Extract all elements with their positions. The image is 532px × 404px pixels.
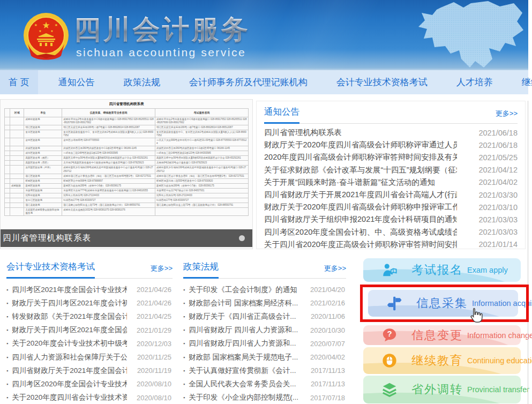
nav-item-会计专业技术资格考试[interactable]: 会计专业技术资格考试 [329,70,435,94]
item-title[interactable]: 关于开展“回顾来时路·奋斗谱新篇”征文活动的通知 [264,177,435,188]
tab-notices[interactable]: 通知公告 [264,106,299,124]
item-date: 2021/03/30 [478,191,518,199]
list-item[interactable]: 四川省管理机构联系表2021/06/18 [257,126,525,139]
item-title[interactable]: ▪四川省财政厅关于2021年度全国会计... [6,366,127,376]
item-date: 2021/04/25 [137,312,171,320]
list-item[interactable]: ▪关于印发《工会会计制度》的通知2021/04/20 [181,283,348,296]
list-item[interactable]: ▪关于2020年度会计专业技术初中级考...2020/12/03 [4,337,175,350]
service-label: 考试报名 [411,262,463,278]
service-button-provincial-transfer[interactable]: 省外调转Provincial transfer [363,376,521,403]
list-item[interactable]: ▪财政部会计司 国家档案局经济科...2021/02/16 [181,296,348,310]
item-date: 2021/06/18 [478,141,518,149]
item-date: 2021/02/16 [310,299,345,307]
list-item[interactable]: 四川省财政厅关于组织申报2021年度会计科研项目的通知2021/03/03 [257,213,525,226]
list-item[interactable]: 四川省财政厅关于开展2021年度四川省会计高端人才(行政事业...2021/03… [257,189,525,201]
table-row: 简阳市财政局简阳市人民路12号 028-27224433简阳市人民路12号 02… [5,193,249,198]
mouse-icon [381,353,398,369]
notices-more-link[interactable]: 更多>> [496,109,518,123]
list-item[interactable]: ▪转发财政部《关于2021年度全国会计...2021/04/25 [4,310,175,323]
item-title[interactable]: 四川省财政厅关于组织申报2021年度会计科研项目的通知 [264,214,457,225]
item-title[interactable]: ▪关于2020年度会计专业技术初中级考... [6,339,127,348]
table-row: 高新区财金局（西区）天目路2号高新区政务服务中心财政金融局会计服务20号窗口 0… [5,161,249,166]
item-title[interactable]: ▪四川考区2021年度全国会计专业技术... [6,285,127,295]
table-row: 天府新区成都管委会财政和金融服务局成都市天府大道南段1632号 028-6838… [5,208,249,216]
table-row: 成都市财政局成都市草市街2号市政务服务中心6楼市财政局窗口 028-869176… [5,117,249,125]
question-bubble-icon: ? [381,327,398,343]
item-title[interactable]: ▪财政厅关于《四川省正高级会计... [183,312,296,321]
tab-exam-section[interactable]: 会计专业技术资格考试 [6,261,95,279]
list-item[interactable]: ▪财政厅关于四川考区2021年度全国会...2021/01/29 [4,324,175,337]
list-item[interactable]: ▪财政部 国家档案局关于规范电子...2020/04/02 [181,350,348,364]
item-title[interactable]: 关于征求财政部《会计改革与发展“十四五”规划纲要（征求... [264,165,457,175]
item-title[interactable]: 财政厅关于2020年度四川省高级会计师职称申报评审工作有关... [264,202,457,212]
service-button-exam-apply[interactable]: 考试报名Exam apply [363,258,521,282]
item-title[interactable]: ▪四川省人力资源和社会保障厅关于公布... [6,353,127,362]
list-item[interactable]: ▪四川省财政厅四川省人力资源和...2020/07/07 [181,337,348,350]
item-title[interactable]: ▪全国人民代表大会常务委员会关... [183,379,296,389]
list-item[interactable]: ▪关于2020年度四川省会计专业技术资...2020/08/10 [4,391,175,404]
service-button-continuing-education[interactable]: 继续教育Continuing education [363,347,521,374]
item-title[interactable]: ▪关于印发《小企业内部控制规范(... [183,393,298,402]
list-item[interactable]: ▪关于认真做好宣传贯彻新《会计...2017/11/13 [181,364,348,377]
item-title[interactable]: 财政厅关于2020年度四川省高级会计师职称评审通过人员的公示 [264,140,457,150]
list-item[interactable]: ▪四川省人力资源和社会保障厅关于公布...2020/11/25 [4,350,175,364]
list-item[interactable]: ▪全国人民代表大会常务委员会关...2017/11/13 [181,377,348,391]
list-item[interactable]: ▪关于印发《小企业内部控制规范(...2017/07/18 [181,391,348,404]
item-title[interactable]: ▪关于认真做好宣传贯彻新《会计... [183,366,296,376]
item-title[interactable]: ▪财政部会计司 国家档案局经济科... [183,298,298,308]
service-button-info-change[interactable]: ?信息变更Information change [363,325,521,345]
item-title[interactable]: ▪四川考区2020年度全国会计专业技术... [6,379,127,389]
list-item[interactable]: ▪四川考区2020年度全国会计专业技术...2020/08/10 [4,377,175,391]
bullet-icon: ▪ [183,327,185,333]
item-date: 2020/11/19 [137,366,171,375]
item-title[interactable]: ▪关于印发《工会会计制度》的通知 [183,285,297,295]
list-item[interactable]: ▪财政厅关于《四川省正高级会计...2020/11/06 [181,310,348,323]
nav-item-政策法规[interactable]: 政策法规 [116,70,168,94]
list-item[interactable]: 关于四川省2020年度正高级会计师职称评审答辩时间安排的公告2021/01/14 [257,238,525,251]
list-item[interactable]: 2020年度四川省高级会计师职称评审答辩时间安排及有关事项...2021/05/… [257,151,525,163]
nav-item-首页[interactable]: 首 页 [0,70,38,94]
item-title[interactable]: ▪财政部 国家档案局关于规范电子... [183,353,298,362]
list-item[interactable]: 关于开展“回顾来时路·奋斗谱新篇”征文活动的通知2021/04/02 [257,176,525,189]
item-title[interactable]: 四川省财政厅关于开展2021年度四川省会计高端人才(行政事业... [264,190,457,200]
list-item[interactable]: ▪四川省财政厅关于2021年度全国会计...2020/11/19 [4,364,175,377]
item-date: 2021/03/03 [478,215,518,224]
carousel-dot-indicator[interactable] [239,235,245,241]
list-item[interactable]: ▪财政厅关于四川考区2021年度会计初...2021/04/26 [4,296,175,310]
nav-item-会计师事务所及代理记账机构[interactable]: 会计师事务所及代理记账机构 [182,70,315,94]
hand-cursor-icon [467,306,484,325]
item-title[interactable]: 四川省管理机构联系表 [264,128,342,138]
item-title[interactable]: ▪关于2020年度四川省会计专业技术资... [6,393,127,402]
item-title[interactable]: 2020年度四川省高级会计师职称评审答辩时间安排及有关事项... [264,152,457,162]
item-title[interactable]: ▪转发财政部《关于2021年度全国会计... [6,312,127,321]
national-emblem-logo: ★ ★ ★ ★ ★ [19,9,73,64]
page: ★ ★ ★ ★ ★ 四川会计服务 sichuan accounting serv… [0,0,532,404]
policy-more-link[interactable]: 更多>> [324,264,346,278]
item-title[interactable]: ▪四川省财政厅 四川省人力资源和... [183,325,298,335]
list-item[interactable]: 财政厅关于2020年度四川省高级会计师职称申报评审工作有关...2021/03/… [257,201,525,213]
list-item[interactable]: 财政厅关于2020年度四川省高级会计师职称评审通过人员的公示2021/06/18 [257,139,525,151]
svg-text:★: ★ [55,23,58,27]
bullet-icon: ▪ [6,368,8,373]
item-title[interactable]: ▪财政厅关于四川考区2021年度全国会... [6,325,127,335]
item-title[interactable]: 四川考区2020年度全国会计初、中、高级资格考试成绩合格考... [264,227,457,237]
layers-icon [381,381,398,398]
list-item[interactable]: 关于征求财政部《会计改革与发展“十四五”规划纲要（征求...2021/04/12 [257,164,525,176]
contact-table-body: 成都市财政局成都市草市街2号市政务服务中心6楼市财政局窗口 028-869176… [5,117,249,215]
item-title[interactable]: 关于四川省2020年度正高级会计师职称评审答辩时间安排的公告 [264,240,457,250]
table-row: 蒲江县财政局蒲江县鹤山镇朝阳大道上段73号（蒲江县财政局会计科） 028-885… [5,203,249,207]
item-title[interactable]: ▪财政厅关于四川考区2021年度会计初... [6,298,127,308]
bullet-icon: ▪ [183,341,185,346]
list-item[interactable]: ▪四川考区2021年度全国会计专业技术...2021/04/26 [4,283,175,296]
nav-item-继续教育[interactable]: 继续教育 [514,70,532,94]
tab-policy-section[interactable]: 政策法规 [183,261,219,279]
carousel-slide[interactable]: 四川省管理机构联系表 区域 单位 信息采集、继续教育等业务咨询 考试服务咨询 成… [0,99,253,249]
list-item[interactable]: 四川考区2020年度全国会计初、中、高级资格考试成绩合格考...2021/03/… [257,226,525,238]
nav-item-人才培养[interactable]: 人才培养 [449,70,500,94]
list-item[interactable]: ▪四川省财政厅 四川省人力资源和...2020/10/30 [181,324,348,337]
exam-more-link[interactable]: 更多>> [151,264,173,278]
highlight-annotation-box [360,285,529,322]
nav-item-通知公告[interactable]: 通知公告 [51,70,102,94]
item-title[interactable]: ▪四川省财政厅四川省人力资源和... [183,339,296,348]
bullet-icon: ▪ [183,301,185,306]
